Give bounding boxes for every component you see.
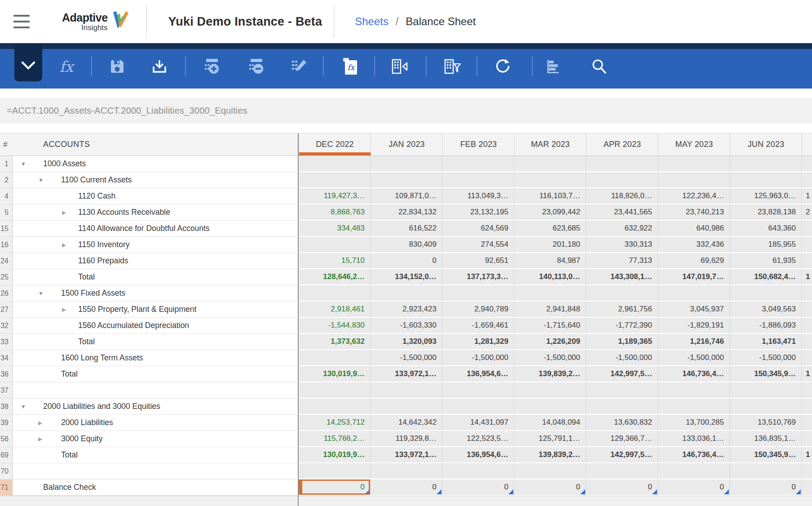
partial-column-cell-34[interactable]: [802, 350, 812, 366]
value-cell-69-jan-2023[interactable]: 133,972,1…: [371, 447, 442, 463]
partial-column-cell-71[interactable]: [802, 479, 812, 496]
row-number-69[interactable]: 69: [0, 447, 13, 463]
value-cell-24-jan-2023[interactable]: 0: [371, 253, 442, 269]
value-cell-71-jun-2023[interactable]: 0: [730, 479, 802, 496]
partial-column-cell-38[interactable]: [802, 399, 812, 415]
value-cell-36-apr-2023[interactable]: 142,997,5…: [586, 366, 658, 382]
remove-row-icon[interactable]: [247, 55, 266, 78]
value-cell-2-feb-2023[interactable]: [442, 172, 514, 188]
row-number-27[interactable]: 27: [0, 302, 13, 318]
value-cell-16-mar-2023[interactable]: 201,180: [514, 237, 586, 253]
partial-column-cell-37[interactable]: [802, 382, 812, 399]
row-number-37[interactable]: 37: [0, 382, 13, 399]
value-cell-70-may-2023[interactable]: [658, 463, 730, 479]
value-cell-1-mar-2023[interactable]: [514, 156, 586, 172]
value-cell-34-mar-2023[interactable]: -1,500,000: [514, 350, 586, 366]
value-cell-1-jun-2023[interactable]: [730, 156, 802, 172]
value-cell-38-dec-2022[interactable]: [299, 399, 371, 415]
value-cell-26-jan-2023[interactable]: [371, 285, 442, 302]
row-number-33[interactable]: 33: [0, 334, 13, 350]
value-cell-25-jan-2023[interactable]: 134,152,0…: [371, 269, 442, 285]
month-column-header-apr-2023[interactable]: APR 2023: [586, 133, 658, 155]
value-cell-27-dec-2022[interactable]: 2,918,461: [299, 302, 371, 318]
value-cell-5-jan-2023[interactable]: 22,834,132: [371, 204, 442, 221]
value-cell-70-apr-2023[interactable]: [586, 463, 658, 479]
value-cell-2-jan-2023[interactable]: [371, 172, 442, 188]
collapse-arrow-icon[interactable]: ▼: [21, 404, 26, 410]
value-cell-34-apr-2023[interactable]: -1,500,000: [586, 350, 658, 366]
value-cell-37-may-2023[interactable]: [658, 382, 730, 399]
download-icon[interactable]: [150, 55, 169, 78]
value-cell-33-may-2023[interactable]: 1,216,746: [658, 334, 730, 350]
value-cell-56-may-2023[interactable]: 133,036,1…: [658, 431, 730, 447]
value-cell-15-jun-2023[interactable]: 643,360: [730, 221, 802, 237]
partial-column-cell-25[interactable]: 1: [802, 269, 812, 285]
value-cell-33-dec-2022[interactable]: 1,373,632: [299, 334, 371, 350]
value-cell-27-apr-2023[interactable]: 2,961,756: [586, 302, 658, 318]
value-cell-56-jan-2023[interactable]: 119,329,8…: [371, 431, 442, 447]
collapse-arrow-icon[interactable]: ▼: [38, 177, 44, 183]
value-cell-56-jun-2023[interactable]: 136,835,1…: [730, 431, 802, 447]
value-cell-27-jun-2023[interactable]: 3,049,563: [730, 302, 802, 318]
row-number-5[interactable]: 5: [0, 204, 13, 221]
partial-column-cell-1[interactable]: [802, 156, 812, 172]
value-cell-1-feb-2023[interactable]: [442, 156, 514, 172]
value-cell-24-dec-2022[interactable]: 15,710: [299, 253, 371, 269]
partial-column-cell-2[interactable]: [802, 172, 812, 188]
value-cell-69-mar-2023[interactable]: 139,839,2…: [514, 447, 586, 463]
partial-column-cell-24[interactable]: [802, 253, 812, 269]
value-cell-70-jan-2023[interactable]: [371, 463, 442, 479]
value-cell-26-may-2023[interactable]: [658, 285, 730, 302]
value-cell-71-apr-2023[interactable]: 0: [586, 479, 658, 496]
value-cell-36-may-2023[interactable]: 146,736,4…: [658, 366, 730, 382]
value-cell-1-apr-2023[interactable]: [586, 156, 658, 172]
account-cell-24[interactable]: 1160 Prepaids: [13, 253, 299, 269]
account-cell-empty-37[interactable]: [13, 382, 299, 399]
accounts-column-header[interactable]: ACCOUNTS: [13, 133, 299, 155]
value-cell-16-apr-2023[interactable]: 330,313: [586, 237, 658, 253]
account-cell-15[interactable]: 1140 Allowance for Doubtful Accounts: [13, 221, 299, 237]
value-cell-24-mar-2023[interactable]: 84,987: [514, 253, 586, 269]
value-cell-38-feb-2023[interactable]: [442, 399, 514, 415]
value-cell-33-jun-2023[interactable]: 1,163,471: [730, 334, 802, 350]
value-cell-24-jun-2023[interactable]: 61,935: [730, 253, 802, 269]
row-number-4[interactable]: 4: [0, 188, 13, 204]
row-number-34[interactable]: 34: [0, 350, 13, 366]
value-cell-2-dec-2022[interactable]: [299, 172, 371, 188]
value-cell-38-mar-2023[interactable]: [514, 399, 586, 415]
month-column-header-dec-2022[interactable]: DEC 2022: [299, 133, 371, 155]
account-cell-5[interactable]: ▶1130 Accounts Receivable: [13, 204, 299, 221]
value-cell-71-may-2023[interactable]: 0: [658, 479, 730, 496]
value-cell-26-apr-2023[interactable]: [586, 285, 658, 302]
value-cell-26-jun-2023[interactable]: [730, 285, 802, 302]
value-cell-16-dec-2022[interactable]: [299, 237, 371, 253]
value-cell-15-dec-2022[interactable]: 334,483: [299, 221, 371, 237]
value-cell-5-dec-2022[interactable]: 8,868,763: [299, 204, 371, 221]
row-number-25[interactable]: 25: [0, 269, 13, 285]
value-cell-38-jun-2023[interactable]: [730, 399, 802, 415]
value-cell-1-dec-2022[interactable]: [299, 156, 371, 172]
account-cell-32[interactable]: 1560 Accumulated Depreciation: [13, 318, 299, 334]
chart-icon[interactable]: [544, 55, 564, 78]
partial-column-cell-56[interactable]: [802, 431, 812, 447]
value-cell-39-jan-2023[interactable]: 14,642,342: [371, 415, 442, 431]
value-cell-71-jan-2023[interactable]: 0: [371, 479, 442, 496]
partial-column-cell-69[interactable]: 1: [802, 447, 812, 463]
account-cell-27[interactable]: ▶1550 Property, Plant & Equipment: [13, 302, 299, 318]
value-cell-2-may-2023[interactable]: [658, 172, 730, 188]
account-cell-34[interactable]: 1600 Long Term Assets: [13, 350, 299, 366]
add-row-icon[interactable]: [202, 55, 222, 78]
value-cell-56-feb-2023[interactable]: 122,523,5…: [442, 431, 514, 447]
partial-column-cell-16[interactable]: [802, 237, 812, 253]
value-cell-56-mar-2023[interactable]: 125,791,1…: [514, 431, 586, 447]
value-cell-4-apr-2023[interactable]: 118,826,0…: [586, 188, 658, 204]
partial-column-cell-39[interactable]: [802, 415, 812, 431]
value-cell-70-jun-2023[interactable]: [730, 463, 802, 479]
value-cell-1-may-2023[interactable]: [658, 156, 730, 172]
month-column-header-mar-2023[interactable]: MAR 2023: [514, 133, 586, 155]
value-cell-24-may-2023[interactable]: 69,629: [658, 253, 730, 269]
value-cell-36-dec-2022[interactable]: 130,019,9…: [299, 366, 371, 382]
value-cell-71-feb-2023[interactable]: 0: [442, 479, 514, 496]
partial-column-cell-15[interactable]: [802, 221, 812, 237]
value-cell-71-dec-2022[interactable]: 0: [299, 479, 371, 496]
